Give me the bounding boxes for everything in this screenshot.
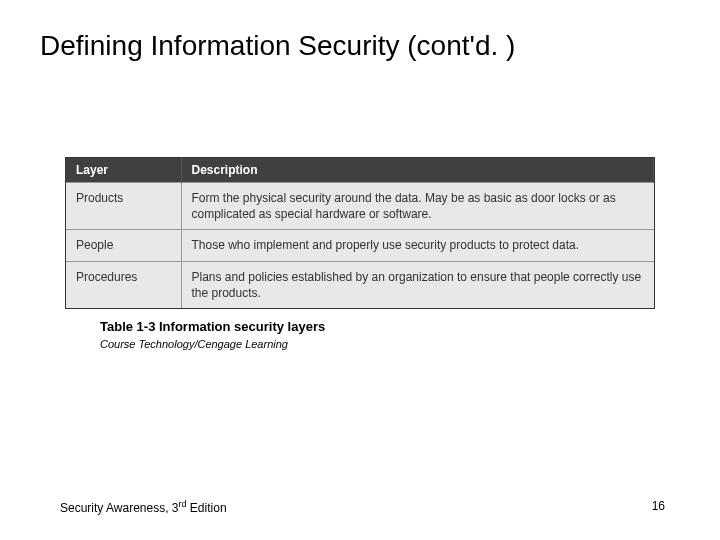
footer-text-sup: rd [179,499,187,509]
table-row: Procedures Plans and policies establishe… [66,261,654,308]
cell-layer: Products [66,183,181,230]
cell-description: Plans and policies established by an org… [181,261,654,308]
table-header-row: Layer Description [66,158,654,183]
table-row: People Those who implement and properly … [66,230,654,261]
slide-footer: Security Awareness, 3rd Edition 16 [0,499,720,515]
table-caption: Table 1-3 Information security layers [100,319,720,334]
cell-layer: People [66,230,181,261]
table-source: Course Technology/Cengage Learning [100,338,720,350]
header-layer: Layer [66,158,181,183]
footer-text-prefix: Security Awareness, 3 [60,501,179,515]
info-security-layers-table: Layer Description Products Form the phys… [65,157,655,309]
footer-left: Security Awareness, 3rd Edition [60,499,227,515]
caption-block: Table 1-3 Information security layers Co… [100,319,720,350]
header-description: Description [181,158,654,183]
cell-description: Those who implement and properly use sec… [181,230,654,261]
slide-title: Defining Information Security (cont'd. ) [0,0,720,62]
table-row: Products Form the physical security arou… [66,183,654,230]
cell-description: Form the physical security around the da… [181,183,654,230]
cell-layer: Procedures [66,261,181,308]
footer-text-suffix: Edition [187,501,227,515]
page-number: 16 [652,499,665,515]
